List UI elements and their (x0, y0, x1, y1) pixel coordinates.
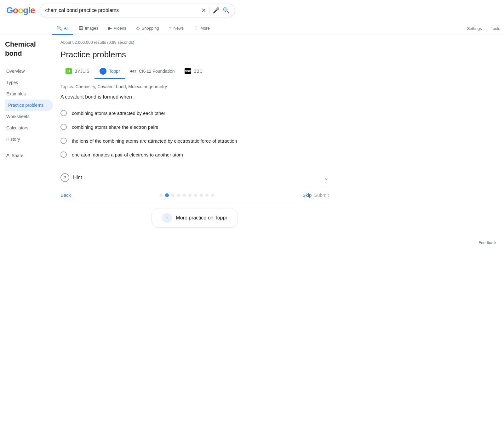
bbc-label: BBC (193, 69, 203, 74)
logo-letter-l: l (28, 5, 30, 15)
clear-button[interactable]: ✕ (201, 7, 206, 14)
share-icon: ↗ (5, 152, 9, 158)
settings-button[interactable]: Settings (463, 24, 486, 33)
clear-icon: ✕ (201, 7, 206, 14)
back-button[interactable]: Back (60, 192, 71, 198)
options-list: combining atoms are attracted by each ot… (60, 106, 329, 162)
voice-search-button[interactable]: 🎤 (213, 7, 220, 14)
tools-button[interactable]: Tools (487, 24, 504, 33)
submit-button: Submit (314, 192, 329, 198)
source-tab-byjus[interactable]: B BYJU'S (60, 65, 94, 79)
progress-dots (73, 193, 300, 197)
toppr-label: Toppr (109, 69, 120, 74)
dot-1 (165, 193, 169, 197)
sidebar-item-examples[interactable]: Examples (5, 88, 53, 99)
logo-letter-o2: o (18, 5, 23, 15)
dot-3 (177, 194, 180, 197)
tab-all[interactable]: 🔍 All (52, 22, 73, 35)
toppr-circle-icon: ↑ (162, 213, 172, 223)
sidebar-item-calculators[interactable]: Calculators (5, 122, 53, 133)
tab-images-label: Images (85, 26, 98, 31)
sidebar-item-worksheets[interactable]: Worksheets (5, 111, 53, 122)
option-a[interactable]: combining atoms are attracted by each ot… (60, 106, 329, 120)
search-icon: 🔍 (223, 7, 230, 14)
share-button[interactable]: ↗ Share (5, 147, 48, 161)
tab-images[interactable]: 🖼 Images (74, 22, 103, 35)
more-practice-label: More practice on Toppr (176, 215, 227, 221)
results-info: About 52,000,000 results (0.89 seconds) (60, 40, 329, 45)
sidebar-item-practice-problems[interactable]: Practice problems (5, 99, 53, 111)
toppr-icon: ↑ (100, 68, 106, 75)
sidebar-title: Chemical bond (5, 40, 48, 58)
topics: Topics: Chemistry, Covalent bond, Molecu… (60, 84, 329, 89)
main-layout: Chemical bond Overview Types Examples Pr… (0, 35, 504, 238)
option-c-text: the ions of the combining atoms are attr… (72, 138, 237, 144)
option-b[interactable]: combining atoms share the electron pairs (60, 120, 329, 134)
option-d[interactable]: one atom donates a pair of electrons to … (60, 148, 329, 162)
byjus-label: BYJU'S (74, 69, 89, 74)
sidebar-item-types[interactable]: Types (5, 77, 53, 88)
shopping-icon: ◇ (136, 26, 140, 31)
tab-news[interactable]: ≡ News (165, 22, 188, 35)
tab-more[interactable]: ⋮ More (189, 22, 214, 35)
source-tab-ck12[interactable]: ⊕12 CK-12 Foundation (125, 65, 180, 79)
radio-a[interactable] (60, 110, 67, 116)
section-title: Practice problems (60, 50, 329, 60)
dot-0 (159, 194, 163, 197)
nav-settings: Settings Tools (463, 24, 504, 33)
feedback-bar: Feedback (0, 238, 504, 250)
sidebar-item-history[interactable]: History (5, 133, 53, 145)
search-input[interactable] (45, 8, 198, 13)
source-tab-toppr[interactable]: ↑ Toppr (94, 65, 125, 79)
more-icon: ⋮ (194, 26, 198, 31)
nav-tabs: 🔍 All 🖼 Images ▶ Videos ◇ Shopping ≡ New… (0, 21, 504, 35)
tab-shopping[interactable]: ◇ Shopping (132, 22, 163, 35)
radio-d[interactable] (60, 151, 67, 158)
tab-videos[interactable]: ▶ Videos (104, 22, 131, 35)
tab-all-label: All (64, 26, 68, 31)
source-tab-bbc[interactable]: BBC BBC (180, 65, 208, 79)
hint-section[interactable]: ? Hint ⌄ (60, 168, 329, 187)
more-practice-button[interactable]: ↑ More practice on Toppr (152, 208, 238, 228)
radio-b[interactable] (60, 124, 67, 130)
all-icon: 🔍 (57, 26, 62, 31)
feedback-button[interactable]: Feedback (478, 240, 496, 245)
dot-6 (194, 194, 197, 197)
search-bar-wrapper: ✕ 🎤 🔍 (40, 4, 235, 17)
dot-9 (211, 194, 214, 197)
dot-8 (205, 194, 209, 197)
option-c[interactable]: the ions of the combining atoms are attr… (60, 134, 329, 148)
question-navigation: Back Skip Submit (60, 187, 329, 203)
toppr-arrow-icon: ↑ (166, 215, 168, 221)
logo-letter-g: G (6, 5, 13, 15)
hint-label: Hint (73, 175, 320, 180)
microphone-icon: 🎤 (213, 7, 220, 14)
search-bar: ✕ 🎤 🔍 (40, 4, 235, 17)
sidebar: Chemical bond Overview Types Examples Pr… (0, 40, 53, 238)
source-tabs: B BYJU'S ↑ Toppr ⊕12 CK-12 Foundation BB… (60, 65, 329, 79)
skip-button[interactable]: Skip (302, 192, 312, 198)
option-d-text: one atom donates a pair of electrons to … (72, 152, 183, 157)
hint-icon: ? (60, 173, 69, 182)
search-button[interactable]: 🔍 (223, 7, 230, 14)
search-icons: ✕ 🎤 🔍 (201, 7, 230, 14)
tab-videos-label: Videos (114, 26, 126, 31)
radio-c[interactable] (60, 138, 67, 144)
sidebar-nav: Overview Types Examples Practice problem… (5, 65, 48, 145)
images-icon: 🖼 (78, 26, 83, 31)
dot-4 (183, 194, 186, 197)
tab-shopping-label: Shopping (142, 26, 159, 31)
videos-icon: ▶ (108, 26, 112, 31)
hint-chevron-icon: ⌄ (324, 174, 329, 181)
sidebar-item-overview[interactable]: Overview (5, 65, 53, 77)
byjus-icon: B (66, 68, 72, 74)
option-b-text: combining atoms share the electron pairs (72, 124, 158, 130)
tab-news-label: News (174, 26, 184, 31)
dot-7 (200, 194, 203, 197)
ck12-label: CK-12 Foundation (139, 69, 175, 74)
logo-letter-o1: o (13, 5, 18, 15)
dot-5 (188, 194, 192, 197)
option-a-text: combining atoms are attracted by each ot… (72, 111, 165, 116)
bbc-icon: BBC (185, 68, 191, 74)
logo-letter-g2: g (23, 5, 28, 15)
